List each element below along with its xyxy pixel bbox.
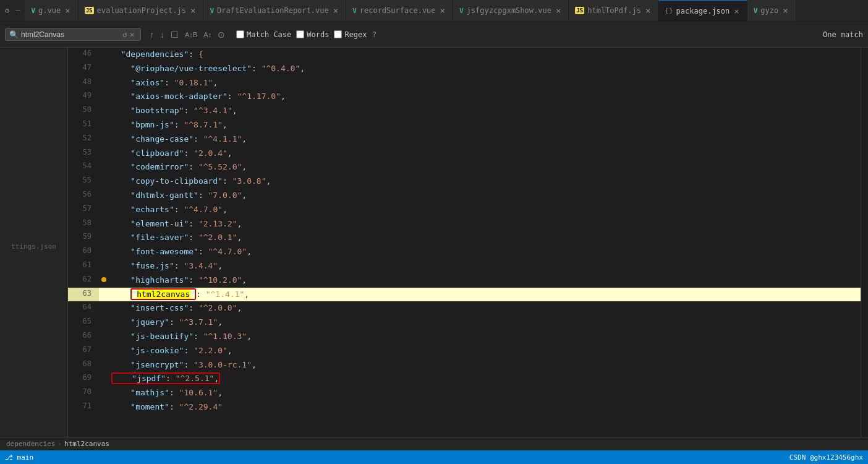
line-indicator	[99, 217, 109, 231]
vue-icon: V	[352, 7, 357, 15]
line-number: 62	[68, 273, 99, 288]
line-number: 56	[68, 189, 99, 203]
search-options: Match Case Words Regex ?	[236, 30, 377, 39]
tab-close-button[interactable]: ×	[781, 6, 789, 15]
tab-close-button[interactable]: ×	[332, 6, 339, 15]
line-number: 52	[68, 132, 99, 147]
vue-icon: V	[459, 7, 464, 15]
tab-record-vue[interactable]: VrecordSurface.vue×	[346, 0, 453, 22]
search-input[interactable]	[21, 30, 120, 39]
line-indicator	[99, 301, 109, 316]
line-indicator	[99, 147, 109, 161]
breadcrumb-item-0[interactable]: dependencies	[6, 440, 55, 445]
tab-bar: ⚙ — Vg.vue×JSevaluationProject.js×VDraft…	[0, 0, 868, 22]
line-number: 50	[68, 104, 99, 118]
find-in-selection-button[interactable]: A↕B	[182, 30, 200, 40]
line-number: 47	[68, 62, 99, 76]
editor-area[interactable]: 46 "dependencies": {47 "@riophae/vue-tre…	[68, 48, 861, 445]
line-indicator	[99, 245, 109, 259]
table-row: 59 "file-saver": "^2.0.1",	[68, 231, 861, 245]
json-icon: {}	[665, 7, 673, 15]
match-case-option[interactable]: Match Case	[236, 30, 291, 39]
tab-label: package.json	[676, 7, 730, 15]
line-number: 71	[68, 400, 99, 415]
tab-jsfgy-vue[interactable]: VjsfgyzcpgxmShow.vue×	[453, 0, 569, 22]
line-content: "axios": "0.18.1",	[109, 76, 218, 90]
tab-close-button[interactable]: ×	[189, 6, 197, 15]
line-content: "echarts": "^4.7.0",	[109, 203, 228, 217]
tab-close-button[interactable]: ×	[64, 6, 71, 15]
tab-gyzo[interactable]: Vgyzo×	[747, 0, 796, 22]
table-row: 46 "dependencies": {	[68, 48, 861, 62]
match-case-checkbox[interactable]	[236, 30, 244, 38]
line-content: "dependencies": {	[109, 48, 203, 62]
line-indicator	[99, 400, 109, 415]
line-number: 55	[68, 174, 99, 189]
line-content: "jsencrypt": "3.0.0-rc.1",	[109, 358, 257, 372]
close-search-icon[interactable]: ✕	[130, 30, 135, 39]
tab-eval-js[interactable]: JSevaluationProject.js×	[79, 0, 204, 22]
search-input-wrap: 🔍 ↺ ✕	[5, 28, 141, 41]
tab-label: gyzo	[760, 6, 778, 15]
gear-icon[interactable]: ⚙	[2, 5, 12, 16]
line-content: "html2canvas": "^1.4.1",	[109, 288, 249, 302]
line-indicator	[99, 386, 109, 400]
line-number: 68	[68, 358, 99, 372]
line-content: "js-cookie": "2.2.0",	[109, 344, 232, 358]
table-row: 63 "html2canvas": "^1.4.1",	[68, 288, 861, 302]
regex-option[interactable]: Regex	[334, 30, 367, 39]
regex-checkbox[interactable]	[334, 30, 342, 38]
breadcrumb-item-1[interactable]: html2canvas	[64, 440, 109, 445]
line-content: "clipboard": "2.0.4",	[109, 147, 232, 161]
line-indicator	[99, 316, 109, 330]
line-content: "jquery": "^3.7.1",	[109, 316, 223, 330]
tab-close-button[interactable]: ×	[555, 6, 562, 15]
tab-label: DraftEvaluationReport.vue	[217, 6, 329, 15]
whole-words-option[interactable]: Words	[296, 30, 329, 39]
line-number: 48	[68, 76, 99, 90]
clear-search-icon[interactable]: ↺	[122, 30, 127, 39]
line-number: 67	[68, 344, 99, 358]
tab-draft-vue[interactable]: VDraftEvaluationReport.vue×	[203, 0, 346, 22]
line-indicator	[99, 189, 109, 203]
search-icon: 🔍	[9, 30, 19, 39]
table-row: 48 "axios": "0.18.1",	[68, 76, 861, 90]
vue-icon: V	[210, 7, 214, 15]
prev-match-button[interactable]: ↑	[147, 28, 156, 41]
tab-g-vue[interactable]: Vg.vue×	[25, 0, 78, 22]
line-number: 61	[68, 259, 99, 273]
tab-close-button[interactable]: ×	[733, 6, 740, 16]
line-indicator	[99, 372, 109, 386]
tab-package-json[interactable]: {}package.json×	[658, 0, 747, 22]
tab-close-button[interactable]: ×	[439, 6, 446, 15]
line-number: 69	[68, 372, 99, 386]
line-indicator	[99, 132, 109, 147]
line-number: 64	[68, 301, 99, 316]
search-result: One match	[823, 30, 863, 39]
right-scroll[interactable]	[861, 48, 868, 445]
line-content: "highcharts": "^10.2.0",	[109, 273, 247, 288]
line-content: "fuse.js": "3.4.4",	[109, 259, 223, 273]
line-indicator	[99, 288, 109, 302]
search-filter-btn[interactable]: ⊙	[215, 28, 228, 41]
line-number: 60	[68, 245, 99, 259]
help-icon[interactable]: ?	[372, 30, 377, 39]
tab-html-pdf-js[interactable]: JShtmlToPdf.js×	[569, 0, 658, 22]
tab-close-button[interactable]: ×	[644, 6, 652, 15]
search-bar: 🔍 ↺ ✕ ↑ ↓ ☐ A↕B A↕ ⊙ Match Case Words Re…	[0, 22, 868, 48]
line-indicator	[99, 273, 109, 288]
tab-label: recordSurface.vue	[360, 6, 436, 15]
line-number: 65	[68, 316, 99, 330]
search-options-btn[interactable]: A↕	[201, 30, 214, 40]
words-checkbox[interactable]	[296, 30, 304, 38]
line-indicator	[99, 76, 109, 90]
line-indicator	[99, 48, 109, 62]
line-number: 70	[68, 386, 99, 400]
tab-label: htmlToPdf.js	[587, 6, 641, 15]
table-row: 68 "jsencrypt": "3.0.0-rc.1",	[68, 358, 861, 372]
next-match-button[interactable]: ↓	[158, 28, 167, 41]
table-row: 69 "jspdf": "^2.5.1",	[68, 372, 861, 386]
select-all-button[interactable]: ☐	[168, 28, 181, 41]
line-content: "bpmn-js": "^8.7.1",	[109, 118, 228, 132]
dash-icon[interactable]: —	[13, 5, 22, 16]
